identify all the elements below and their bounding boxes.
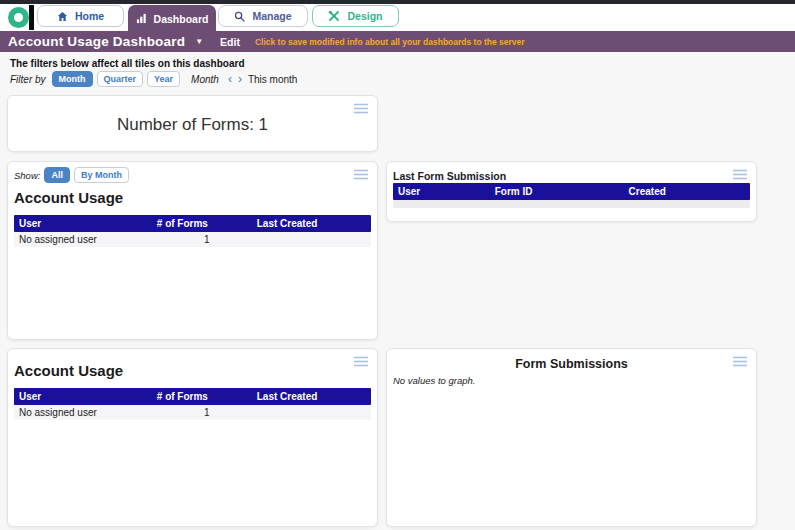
filters-row: Filter by Month Quarter Year Month ‹ › T… — [10, 71, 297, 87]
tab-dashboard-label: Dashboard — [154, 13, 209, 25]
col-header-num-forms: # of Forms — [157, 391, 257, 402]
tab-manage-label: Manage — [252, 10, 291, 22]
logo-bar — [29, 5, 34, 30]
next-period-chevron-icon[interactable]: › — [238, 74, 242, 84]
col-header-form-id: Form ID — [495, 186, 629, 197]
tab-home-label: Home — [75, 10, 104, 22]
page-title: Account Usage Dashboard — [8, 34, 185, 49]
chart-empty-message: No values to graph. — [393, 375, 475, 386]
col-header-num-forms: # of Forms — [157, 218, 257, 229]
show-label: Show: — [14, 170, 40, 181]
show-toggle-row: Show: All By Month — [14, 167, 133, 183]
home-icon — [57, 11, 68, 22]
empty-table-row — [393, 200, 750, 208]
current-period-value: This month — [248, 74, 297, 85]
table-header-row: User Form ID Created — [393, 183, 750, 200]
tile-number-of-forms: Number of Forms: 1 — [7, 95, 378, 152]
tab-manage[interactable]: Manage — [218, 5, 308, 27]
cell-num-forms: 1 — [157, 234, 257, 245]
tile-menu-icon[interactable] — [353, 169, 369, 180]
title-dropdown-caret-icon[interactable]: ▼ — [195, 37, 203, 46]
tile-form-submissions: Form Submissions No values to graph. — [386, 348, 757, 527]
dashboard-screen: Home Dashboard Manage Design Account Usa… — [0, 0, 795, 530]
tile-last-form-submission: Last Form Submission User Form ID Create… — [386, 161, 757, 222]
previous-period-chevron-icon[interactable]: ‹ — [228, 74, 232, 84]
account-usage-table: User # of Forms Last Created No assigned… — [14, 388, 371, 420]
number-of-forms-text: Number of Forms: 1 — [8, 115, 377, 135]
col-header-last-created: Last Created — [257, 218, 371, 229]
col-header-user: User — [393, 186, 495, 197]
account-usage-table: User # of Forms Last Created No assigned… — [14, 215, 371, 247]
tile-menu-icon[interactable] — [353, 356, 369, 367]
period-nav-label: Month — [191, 74, 219, 85]
tile-account-usage-2: Account Usage User # of Forms Last Creat… — [7, 348, 378, 527]
dashboard-title-bar: Account Usage Dashboard ▼ Edit Click to … — [0, 31, 795, 52]
show-by-month-button[interactable]: By Month — [74, 167, 129, 183]
table-header-row: User # of Forms Last Created — [14, 388, 371, 405]
tab-design[interactable]: Design — [312, 5, 399, 27]
filter-quarter-button[interactable]: Quarter — [97, 71, 144, 87]
tools-icon — [328, 10, 340, 22]
header: Home Dashboard Manage Design — [0, 4, 795, 31]
filters-heading: The filters below affect all tiles on th… — [10, 58, 245, 69]
filter-month-button[interactable]: Month — [52, 71, 93, 87]
table-row: No assigned user 1 — [14, 405, 371, 420]
col-header-user: User — [14, 218, 157, 229]
col-header-created: Created — [629, 186, 750, 197]
logo-ring — [8, 7, 29, 28]
tab-dashboard[interactable]: Dashboard — [128, 5, 216, 32]
tile-title: Account Usage — [14, 189, 123, 206]
save-dashboards-note[interactable]: Click to save modified info about all yo… — [255, 37, 525, 47]
table-row: No assigned user 1 — [14, 232, 371, 247]
table-header-row: User # of Forms Last Created — [14, 215, 371, 232]
bar-chart-icon — [136, 13, 147, 24]
tile-menu-icon[interactable] — [732, 169, 748, 180]
tile-title: Account Usage — [14, 362, 123, 379]
cell-user: No assigned user — [14, 407, 157, 418]
cell-user: No assigned user — [14, 234, 157, 245]
col-header-last-created: Last Created — [257, 391, 371, 402]
show-all-button[interactable]: All — [44, 167, 70, 183]
tile-menu-icon[interactable] — [353, 103, 369, 114]
filter-year-button[interactable]: Year — [147, 71, 180, 87]
chart-title: Form Submissions — [387, 357, 756, 371]
tab-home[interactable]: Home — [37, 5, 124, 27]
tile-account-usage-1: Show: All By Month Account Usage User # … — [7, 161, 378, 340]
cell-num-forms: 1 — [157, 407, 257, 418]
edit-button[interactable]: Edit — [220, 36, 240, 48]
col-header-user: User — [14, 391, 157, 402]
last-form-submission-table: User Form ID Created — [393, 183, 750, 208]
app-logo[interactable] — [8, 5, 36, 31]
tile-title: Last Form Submission — [393, 170, 506, 182]
filter-by-label: Filter by — [10, 74, 46, 85]
search-icon — [234, 11, 245, 22]
tab-design-label: Design — [347, 10, 382, 22]
